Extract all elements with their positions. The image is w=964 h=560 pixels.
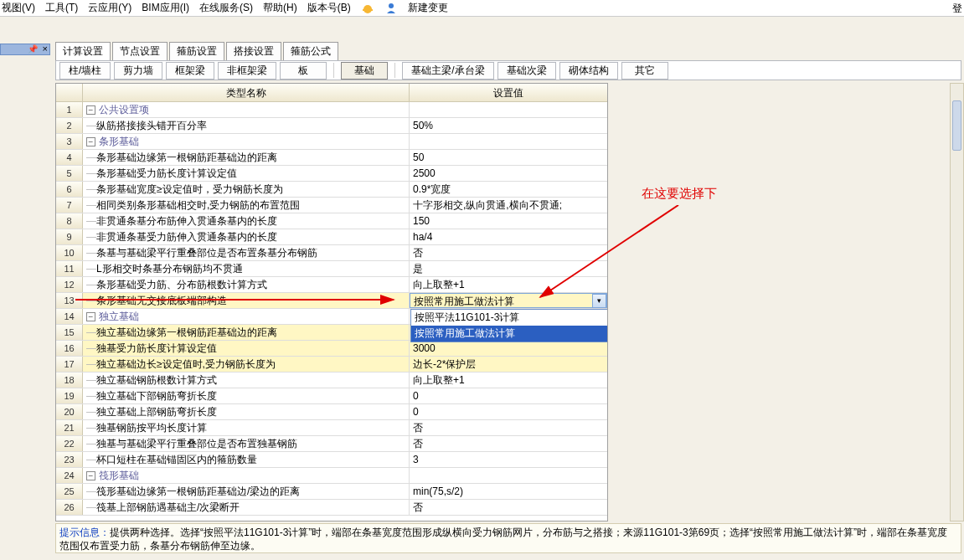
subtab-main-beam[interactable]: 基础主梁/承台梁	[402, 62, 493, 80]
row-name-cell[interactable]: — 独基钢筋按平均长度计算	[83, 420, 410, 435]
table-row[interactable]: 6— 条形基础宽度≥设定值时，受力钢筋长度为0.9*宽度	[56, 182, 607, 198]
row-value-cell[interactable]: min(75,s/2)	[410, 484, 607, 499]
subtab-shearwall[interactable]: 剪力墙	[114, 62, 162, 80]
row-name-cell[interactable]: — 筏形基础边缘第一根钢筋距基础边/梁边的距离	[83, 484, 410, 499]
table-row[interactable]: 7— 相同类别条形基础相交时,受力钢筋的布置范围十字形相交,纵向贯通,横向不贯通…	[56, 198, 607, 213]
table-row[interactable]: 5— 条形基础受力筋长度计算设定值2500	[56, 166, 607, 182]
login-link[interactable]: 登	[952, 2, 962, 16]
row-name-cell[interactable]: — 非贯通条基分布筋伸入贯通条基内的长度	[83, 213, 410, 229]
row-name-cell[interactable]: — 条形基础宽度≥设定值时，受力钢筋长度为	[83, 182, 410, 197]
dropdown-list[interactable]: 按照平法11G101-3计算按照常用施工做法计算	[410, 309, 607, 342]
menu-cloud[interactable]: 云应用(Y)	[88, 1, 131, 15]
row-name-cell[interactable]: — 独立基础边长≥设定值时,受力钢筋长度为	[83, 357, 410, 372]
subtab-sec-beam[interactable]: 基础次梁	[497, 62, 556, 80]
tab-stirrup-settings[interactable]: 箍筋设置	[169, 42, 224, 60]
row-name-cell[interactable]: — L形相交时条基分布钢筋均不贯通	[83, 261, 410, 276]
row-name-cell[interactable]: −筏形基础	[83, 468, 410, 483]
row-value-cell[interactable]: 向上取整+1	[410, 372, 607, 388]
row-name-cell[interactable]: — 非贯通条基受力筋伸入贯通条基内的长度	[83, 229, 410, 244]
menu-tools[interactable]: 工具(T)	[45, 1, 78, 15]
vertical-scrollbar[interactable]	[950, 83, 964, 521]
tab-stirrup-formula[interactable]: 箍筋公式	[283, 42, 338, 60]
row-value-cell[interactable]: 否	[410, 420, 607, 435]
row-value-cell[interactable]: 否	[410, 500, 607, 515]
row-name-cell[interactable]: — 条形基础边缘第一根钢筋距基础边的距离	[83, 150, 410, 165]
row-value-cell[interactable]: 十字形相交,纵向贯通,横向不贯通;	[410, 198, 607, 213]
table-row[interactable]: 25— 筏形基础边缘第一根钢筋距基础边/梁边的距离min(75,s/2)	[56, 484, 607, 500]
row-value-cell[interactable]: 向上取整+1	[410, 277, 607, 292]
table-row[interactable]: 18— 独立基础钢筋根数计算方式向上取整+1	[56, 372, 607, 388]
row-name-cell[interactable]: — 杯口短柱在基础锚固区内的箍筋数量	[83, 452, 410, 467]
subtab-frame-beam[interactable]: 框架梁	[166, 62, 214, 80]
table-row[interactable]: 22— 独基与基础梁平行重叠部位是否布置独基钢筋否	[56, 436, 607, 452]
menu-bim[interactable]: BIM应用(I)	[142, 1, 189, 15]
table-row[interactable]: 19— 独立基础下部钢筋弯折长度0	[56, 388, 607, 404]
user-icon[interactable]	[384, 2, 398, 15]
row-value-cell[interactable]: 按照常用施工做法计算▾	[410, 293, 607, 308]
table-row[interactable]: 12— 条形基础受力筋、分布筋根数计算方式向上取整+1	[56, 277, 607, 293]
row-name-cell[interactable]: — 独立基础上部钢筋弯折长度	[83, 404, 410, 419]
menu-view[interactable]: 视图(V)	[2, 1, 35, 15]
subtab-slab[interactable]: 板	[280, 62, 327, 80]
row-name-cell[interactable]: — 独基受力筋长度计算设定值	[83, 341, 410, 356]
subtab-other[interactable]: 其它	[621, 62, 668, 80]
row-name-cell[interactable]: — 条形基础无交接底板端部构造	[83, 293, 410, 308]
table-row[interactable]: 11— L形相交时条基分布钢筋均不贯通是	[56, 261, 607, 277]
table-row[interactable]: 4— 条形基础边缘第一根钢筋距基础边的距离50	[56, 150, 607, 166]
table-row[interactable]: 16— 独基受力筋长度计算设定值3000	[56, 341, 607, 357]
row-value-cell[interactable]: 是	[410, 261, 607, 276]
row-value-cell[interactable]: 3000	[410, 341, 607, 356]
grid-body[interactable]: 1−公共设置项2— 纵筋搭接接头错开百分率50%3−条形基础4— 条形基础边缘第…	[56, 102, 607, 521]
row-name-cell[interactable]: — 条基与基础梁平行重叠部位是否布置条基分布钢筋	[83, 245, 410, 260]
subtab-foundation[interactable]: 基础	[341, 62, 388, 80]
table-row[interactable]: 23— 杯口短柱在基础锚固区内的箍筋数量3	[56, 452, 607, 468]
row-name-cell[interactable]: −独立基础	[83, 309, 410, 324]
collapse-toggle-icon[interactable]: −	[86, 105, 95, 115]
hardhat-icon[interactable]	[361, 2, 374, 15]
close-icon[interactable]: ×	[43, 44, 48, 54]
row-value-cell[interactable]: 边长-2*保护层	[410, 357, 607, 372]
subtab-nonframe-beam[interactable]: 非框架梁	[218, 62, 276, 80]
row-value-cell[interactable]	[410, 468, 607, 483]
row-value-cell[interactable]: 150	[410, 213, 607, 229]
row-value-cell[interactable]: 2500	[410, 166, 607, 181]
row-value-cell[interactable]: 50	[410, 150, 607, 165]
row-value-cell[interactable]: ha/4	[410, 229, 607, 244]
dropdown-button[interactable]: ▾	[592, 294, 606, 308]
tab-calc-settings[interactable]: 计算设置	[55, 42, 111, 60]
menu-version[interactable]: 版本号(B)	[307, 1, 351, 15]
row-name-cell[interactable]: — 纵筋搭接接头错开百分率	[83, 118, 410, 133]
row-name-cell[interactable]: — 独立基础钢筋根数计算方式	[83, 372, 410, 388]
row-value-cell[interactable]: 否	[410, 245, 607, 260]
row-name-cell[interactable]: — 独立基础下部钢筋弯折长度	[83, 388, 410, 403]
dropdown-option[interactable]: 按照常用施工做法计算	[411, 326, 607, 342]
table-row[interactable]: 9— 非贯通条基受力筋伸入贯通条基内的长度ha/4	[56, 229, 607, 245]
scrollbar-thumb[interactable]	[952, 100, 961, 151]
pin-icon[interactable]: 📌	[28, 44, 38, 54]
dropdown-option[interactable]: 按照平法11G101-3计算	[411, 310, 607, 326]
menu-online[interactable]: 在线服务(S)	[199, 1, 253, 15]
row-name-cell[interactable]: — 独立基础边缘第一根钢筋距基础边的距离	[83, 325, 410, 340]
table-row[interactable]: 2— 纵筋搭接接头错开百分率50%	[56, 118, 607, 134]
table-row[interactable]: 13— 条形基础无交接底板端部构造按照平法11G101-3计算按照常用施工做法计…	[56, 293, 607, 309]
row-value-cell[interactable]: 50%	[410, 118, 607, 133]
table-row[interactable]: 3−条形基础	[56, 134, 607, 150]
row-name-cell[interactable]: −条形基础	[83, 134, 410, 149]
row-name-cell[interactable]: — 相同类别条形基础相交时,受力钢筋的布置范围	[83, 198, 410, 213]
table-row[interactable]: 8— 非贯通条基分布筋伸入贯通条基内的长度150	[56, 213, 607, 229]
collapse-toggle-icon[interactable]: −	[86, 137, 95, 146]
row-name-cell[interactable]: — 筏基上部钢筋遇基础主/次梁断开	[83, 500, 410, 515]
table-row[interactable]: 21— 独基钢筋按平均长度计算否	[56, 420, 607, 436]
row-name-cell[interactable]: — 条形基础受力筋、分布筋根数计算方式	[83, 277, 410, 292]
menu-help[interactable]: 帮助(H)	[263, 1, 297, 15]
row-name-cell[interactable]: −公共设置项	[83, 102, 410, 117]
subtab-masonry[interactable]: 砌体结构	[559, 62, 618, 80]
row-name-cell[interactable]: — 独基与基础梁平行重叠部位是否布置独基钢筋	[83, 436, 410, 451]
tab-lap-settings[interactable]: 搭接设置	[226, 42, 281, 60]
row-value-cell[interactable]: 3	[410, 452, 607, 467]
row-value-cell[interactable]: 0	[410, 388, 607, 403]
subtab-column[interactable]: 柱/墙柱	[59, 62, 111, 80]
table-row[interactable]: 24−筏形基础	[56, 468, 607, 484]
table-row[interactable]: 20— 独立基础上部钢筋弯折长度0	[56, 404, 607, 420]
table-row[interactable]: 10— 条基与基础梁平行重叠部位是否布置条基分布钢筋否	[56, 245, 607, 261]
